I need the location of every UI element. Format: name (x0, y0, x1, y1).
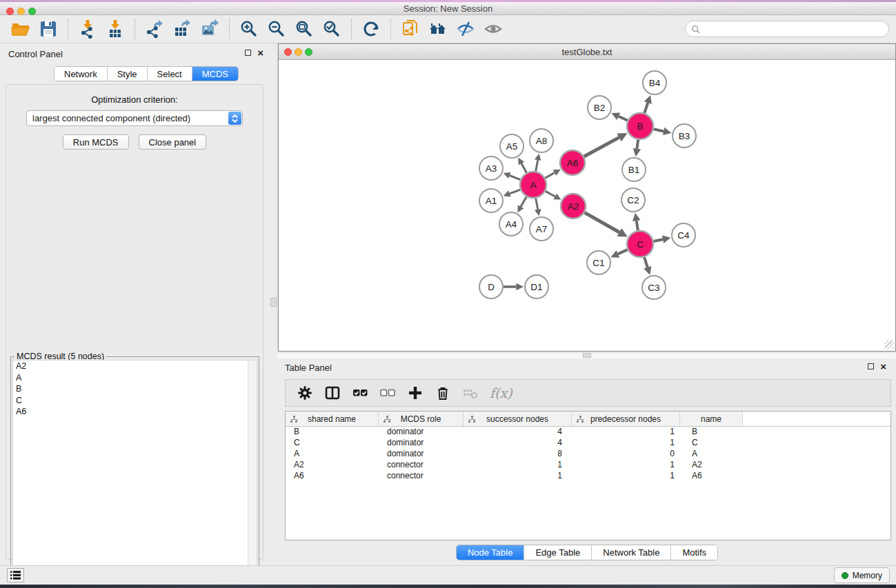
close-panel-icon[interactable]: × (257, 49, 263, 57)
graph-node-A7[interactable]: A7 (530, 217, 553, 241)
horizontal-splitter-grip[interactable] (583, 353, 591, 358)
column-header-MCDS-role[interactable]: MCDS role (379, 412, 464, 426)
export-table-button[interactable] (168, 17, 196, 41)
export-network-button[interactable] (141, 17, 168, 41)
tab-node-table[interactable]: Node Table (457, 545, 525, 560)
home-view-button[interactable] (424, 17, 452, 41)
delete-rows-button[interactable] (430, 382, 455, 404)
float-table-panel-icon[interactable] (868, 363, 874, 369)
edge-A6-B[interactable] (584, 137, 619, 156)
save-session-button[interactable] (34, 17, 62, 41)
tab-edge-table[interactable]: Edge Table (524, 545, 592, 560)
float-panel-icon[interactable] (245, 50, 251, 56)
network-from-file-button[interactable] (397, 17, 424, 41)
graph-node-A6[interactable]: A6 (560, 150, 585, 175)
tab-select[interactable]: Select (148, 67, 192, 81)
graph-node-B4[interactable]: B4 (643, 71, 666, 94)
search-field[interactable] (685, 21, 889, 37)
import-network-button[interactable] (74, 17, 101, 41)
vertical-splitter[interactable] (269, 45, 278, 565)
graph-node-A3[interactable]: A3 (479, 156, 503, 180)
column-header-name[interactable]: name (680, 412, 743, 426)
graph-node-A1[interactable]: A1 (479, 189, 503, 212)
zoom-in-button[interactable] (235, 17, 263, 41)
graph-node-A4[interactable]: A4 (499, 212, 523, 236)
graph-node-B3[interactable]: B3 (673, 124, 696, 148)
tab-mcds[interactable]: MCDS (192, 67, 238, 81)
splitter-grip[interactable] (270, 298, 277, 307)
tab-style[interactable]: Style (108, 67, 148, 81)
graph-node-A[interactable]: A (520, 172, 546, 198)
task-history-button[interactable] (7, 568, 24, 582)
mcds-result-list[interactable]: A2ABCA6 (12, 360, 257, 588)
edge-A2-C[interactable] (585, 212, 620, 232)
table-row[interactable]: A6connector11A6 (286, 471, 890, 482)
criterion-dropdown[interactable]: largest connected component (directed) (26, 110, 243, 126)
select-all-button[interactable] (348, 382, 372, 404)
edge-B-B2[interactable] (619, 116, 628, 121)
edge-C-C4[interactable] (654, 239, 663, 241)
graph-node-B1[interactable]: B1 (622, 158, 646, 181)
result-list-item[interactable]: C (13, 395, 257, 407)
zoom-fit-button[interactable] (290, 17, 318, 41)
edge-C-C3[interactable] (644, 257, 648, 267)
tab-motifs[interactable]: Motifs (671, 545, 717, 560)
column-header-shared-name[interactable]: shared name (286, 412, 379, 426)
zoom-out-button[interactable] (263, 17, 290, 41)
graph-node-B2[interactable]: B2 (588, 96, 611, 119)
table-row[interactable]: Adominator80A (286, 449, 890, 460)
edge-A-A8[interactable] (536, 160, 538, 171)
show-columns-button[interactable] (320, 382, 345, 404)
table-row[interactable]: Cdominator41C (286, 438, 890, 449)
column-header-successor-nodes[interactable]: successor nodes (464, 412, 572, 426)
result-list-item[interactable]: A6 (13, 406, 257, 418)
window-resize-grip[interactable] (885, 341, 894, 349)
network-graph[interactable]: B4B2BB3A8A5A6A3B1AA1C2A2A4A7C4CC1C3DD1 (279, 60, 895, 350)
graph-node-D1[interactable]: D1 (525, 275, 548, 298)
edge-A-A2[interactable] (546, 191, 555, 196)
edge-B-B4[interactable] (644, 103, 648, 113)
graph-node-A5[interactable]: A5 (500, 134, 524, 158)
table-row[interactable]: Bdominator41B (286, 427, 890, 438)
node-table[interactable]: shared nameMCDS rolesuccessor nodesprede… (285, 411, 891, 540)
edge-A-A6[interactable] (545, 173, 555, 179)
deselect-all-button[interactable] (375, 382, 400, 404)
edge-B-B3[interactable] (654, 129, 664, 131)
graph-node-A2[interactable]: A2 (561, 194, 586, 219)
graph-node-C4[interactable]: C4 (672, 223, 695, 247)
close-panel-button[interactable]: Close panel (139, 134, 207, 150)
graph-node-B[interactable]: B (627, 113, 653, 139)
edge-A-A3[interactable] (510, 176, 521, 180)
result-scrollbar[interactable] (248, 361, 257, 588)
result-list-item[interactable]: A2 (13, 361, 257, 372)
tab-network-table[interactable]: Network Table (592, 545, 671, 560)
tab-network[interactable]: Network (54, 67, 108, 81)
result-list-item[interactable]: B (13, 383, 257, 395)
graph-node-C[interactable]: C (627, 231, 653, 257)
edge-A-A7[interactable] (536, 199, 538, 210)
network-window-titlebar[interactable]: testGlobe.txt (279, 44, 895, 60)
graph-node-D[interactable]: D (479, 275, 503, 298)
hide-details-button[interactable] (452, 17, 479, 41)
settings-gear-button[interactable] (292, 382, 317, 404)
edge-A-A1[interactable] (510, 190, 520, 194)
add-row-button[interactable] (403, 382, 428, 404)
edge-A-A4[interactable] (521, 196, 526, 207)
run-mcds-button[interactable]: Run MCDS (63, 134, 129, 150)
table-row[interactable]: A2connector11A2 (286, 460, 890, 471)
zoom-selected-button[interactable] (318, 17, 346, 41)
export-image-button[interactable] (196, 17, 223, 41)
edge-B-B1[interactable] (637, 140, 638, 149)
column-header-predecessor-nodes[interactable]: predecessor nodes (572, 412, 680, 426)
show-details-button[interactable] (479, 17, 507, 41)
edge-C-C1[interactable] (618, 250, 628, 254)
node-table-body[interactable]: Bdominator41BCdominator41CAdominator80AA… (286, 427, 890, 482)
open-file-button[interactable] (7, 17, 34, 41)
search-input[interactable] (700, 24, 883, 34)
result-list-item[interactable]: A (13, 372, 257, 384)
network-canvas[interactable]: B4B2BB3A8A5A6A3B1AA1C2A2A4A7C4CC1C3DD1 (279, 60, 895, 351)
node-table-header[interactable]: shared nameMCDS rolesuccessor nodesprede… (286, 412, 890, 427)
network-window[interactable]: testGlobe.txt B4B2BB3A8A5A6A3B1AA1C2A2A4… (278, 43, 896, 352)
graph-node-C1[interactable]: C1 (587, 251, 610, 274)
graph-node-C2[interactable]: C2 (621, 188, 645, 212)
